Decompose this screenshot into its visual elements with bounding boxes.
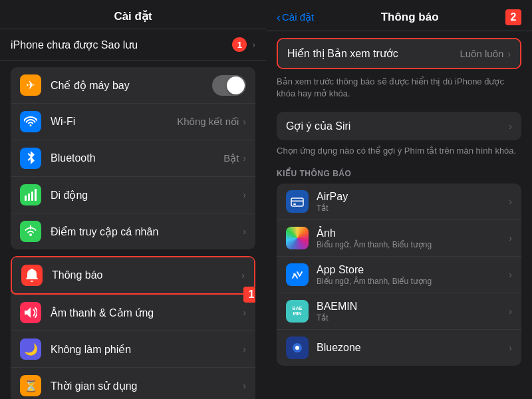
backup-row[interactable]: iPhone chưa được Sao lưu 1 ›	[0, 29, 266, 61]
preview-description: Bản xem trước thông báo sẽ được hiển thị…	[266, 76, 532, 106]
preview-row[interactable]: Hiển thị Bản xem trước Luôn luôn ›	[278, 39, 520, 68]
sounds-chevron: ›	[243, 307, 246, 318]
photos-sub: Biểu ngữ, Âm thanh, Biểu tượng	[317, 240, 509, 249]
right-panel: ‹ Cài đặt Thông báo 2 Hiển thị Bản xem t…	[266, 0, 532, 399]
screentime-label: Thời gian sử dụng	[51, 380, 243, 392]
left-title: Cài đặt	[11, 9, 255, 23]
appstore-chevron: ›	[509, 269, 512, 280]
notifications-icon	[21, 265, 43, 286]
cellular-row[interactable]: Di động ›	[11, 177, 255, 213]
appstore-info: App Store Biểu ngữ, Âm thanh, Biểu tượng	[317, 264, 509, 286]
app-row-photos[interactable]: Ảnh Biểu ngữ, Âm thanh, Biểu tượng ›	[277, 220, 521, 257]
airplane-row[interactable]: ✈ Chế độ máy bay	[11, 67, 255, 104]
apps-section-header: KIỂU THÔNG BÁO	[266, 162, 532, 181]
wifi-value: Không kết nối	[177, 116, 239, 128]
siri-description: Chọn ứng dụng nào có thể gợi ý Phím tắt …	[266, 146, 532, 162]
dnd-chevron: ›	[243, 344, 246, 354]
dnd-row[interactable]: 🌙 Không làm phiền ›	[11, 331, 255, 368]
bluetooth-label: Bluetooth	[51, 152, 223, 164]
airplane-label: Chế độ máy bay	[51, 79, 212, 92]
photos-icon	[286, 227, 309, 249]
baemin-chevron: ›	[509, 306, 512, 317]
bluezone-chevron: ›	[509, 342, 512, 353]
airpay-chevron: ›	[509, 196, 512, 207]
svg-point-9	[293, 273, 295, 275]
settings-group-1: ✈ Chế độ máy bay Wi-Fi Không kết nối ›	[11, 67, 255, 249]
airplane-toggle[interactable]	[212, 75, 246, 96]
bluezone-icon	[286, 336, 309, 359]
screentime-icon: ⏳	[20, 375, 41, 396]
right-title: Thông báo	[314, 11, 505, 24]
siri-chevron: ›	[509, 121, 512, 132]
backup-text: iPhone chưa được Sao lưu	[11, 39, 232, 51]
screentime-chevron: ›	[243, 380, 246, 391]
appstore-icon	[286, 263, 309, 286]
preview-label: Hiển thị Bản xem trước	[287, 47, 460, 60]
settings-group-2: Thông báo › 1 Âm thanh & Cảm ứng ›	[11, 256, 255, 399]
siri-row[interactable]: Gợi ý của Siri ›	[277, 112, 521, 140]
siri-section: Gợi ý của Siri ›	[277, 112, 521, 140]
cellular-label: Di động	[51, 189, 243, 201]
sounds-icon	[20, 302, 41, 323]
notifications-label: Thông báo	[52, 269, 241, 281]
hotspot-row[interactable]: Điểm truy cập cá nhân ›	[11, 213, 255, 249]
back-button[interactable]: ‹ Cài đặt	[277, 11, 314, 25]
backup-badge: 1	[232, 37, 247, 52]
photos-chevron: ›	[509, 233, 512, 243]
settings-list: iPhone chưa được Sao lưu 1 › ✈ Chế độ má…	[0, 29, 266, 399]
sounds-label: Âm thanh & Cảm ứng	[51, 307, 243, 319]
sounds-row[interactable]: Âm thanh & Cảm ứng ›	[11, 295, 255, 331]
wifi-row[interactable]: Wi-Fi Không kết nối ›	[11, 104, 255, 140]
annotation-1: 1	[243, 287, 255, 303]
photos-name: Ảnh	[317, 227, 509, 239]
airpay-name: AirPay	[317, 191, 509, 203]
airplane-icon: ✈	[20, 74, 41, 96]
notifications-chevron: ›	[241, 270, 245, 281]
annotation-2: 2	[505, 9, 521, 25]
preview-section: Hiển thị Bản xem trước Luôn luôn ›	[277, 38, 521, 69]
wifi-icon	[20, 111, 41, 132]
preview-chevron: ›	[507, 49, 511, 59]
svg-rect-0	[25, 196, 27, 201]
left-panel: Cài đặt iPhone chưa được Sao lưu 1 › ✈ C…	[0, 0, 266, 399]
airpay-icon	[286, 190, 309, 213]
baemin-sub: Tắt	[317, 313, 509, 323]
svg-rect-8	[293, 203, 296, 205]
back-chevron-icon: ‹	[277, 11, 281, 25]
app-row-baemin[interactable]: BAEMIN BAEMIN Tắt ›	[277, 293, 521, 330]
svg-point-4	[29, 233, 32, 236]
svg-rect-3	[35, 189, 37, 201]
appstore-sub: Biểu ngữ, Âm thanh, Biểu tượng	[317, 277, 509, 286]
app-row-appstore[interactable]: App Store Biểu ngữ, Âm thanh, Biểu tượng…	[277, 257, 521, 293]
left-header: Cài đặt	[0, 0, 266, 29]
svg-rect-1	[28, 194, 30, 201]
svg-point-11	[295, 346, 299, 350]
chevron-icon: ›	[252, 39, 255, 50]
bluezone-name: Bluezone	[317, 342, 509, 354]
baemin-name: BAEMIN	[317, 301, 509, 313]
app-row-airpay[interactable]: AirPay Tắt ›	[277, 184, 521, 220]
wifi-chevron: ›	[243, 116, 246, 127]
svg-rect-7	[291, 200, 303, 202]
bluetooth-chevron: ›	[243, 153, 246, 164]
bluetooth-row[interactable]: Bluetooth Bật ›	[11, 140, 255, 177]
airpay-info: AirPay Tắt	[317, 191, 509, 213]
right-content: Hiển thị Bản xem trước Luôn luôn › Bản x…	[266, 31, 532, 399]
app-row-bluezone[interactable]: Bluezone ›	[277, 330, 521, 366]
apps-list: AirPay Tắt › Ảnh Biểu ngữ, Âm thanh, Biể…	[277, 184, 521, 366]
wifi-label: Wi-Fi	[51, 116, 177, 128]
photos-info: Ảnh Biểu ngữ, Âm thanh, Biểu tượng	[317, 227, 509, 249]
notifications-row[interactable]: Thông báo › 1	[11, 256, 255, 295]
screentime-row[interactable]: ⏳ Thời gian sử dụng ›	[11, 368, 255, 399]
dnd-icon: 🌙	[20, 338, 41, 360]
baemin-icon: BAEMIN	[286, 300, 309, 323]
baemin-info: BAEMIN Tắt	[317, 301, 509, 323]
svg-rect-2	[31, 192, 33, 201]
bluezone-info: Bluezone	[317, 342, 509, 354]
back-label: Cài đặt	[282, 11, 314, 23]
appstore-name: App Store	[317, 264, 509, 276]
hotspot-label: Điểm truy cập cá nhân	[51, 225, 243, 238]
preview-value: Luôn luôn	[460, 48, 503, 59]
bluetooth-icon	[20, 148, 41, 169]
airpay-sub: Tắt	[317, 203, 509, 213]
